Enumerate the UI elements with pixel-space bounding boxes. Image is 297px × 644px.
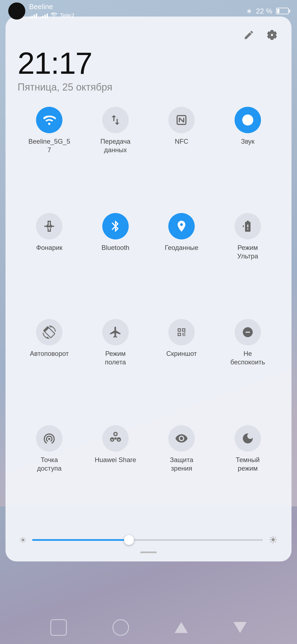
signal-bars-1 (29, 13, 37, 18)
tile-sound[interactable]: Звук (216, 107, 280, 208)
tile-location-label: Геоданные (165, 243, 198, 252)
tile-torch-label: Фонарик (36, 243, 62, 252)
tile-location-circle (168, 213, 195, 239)
svg-point-0 (53, 16, 54, 17)
tile-airplane-label: Режимполета (105, 349, 126, 366)
tile-bluetooth-label: Bluetooth (101, 243, 129, 252)
tile-dnd[interactable]: Небеспокоить (216, 319, 280, 420)
nav-back-button[interactable] (175, 622, 188, 633)
tile-bluetooth-circle (102, 213, 129, 239)
status-bar-right: ∗ 22 % (246, 7, 289, 15)
tile-darkmode-circle (235, 425, 261, 452)
tile-eyecare-circle (168, 425, 195, 452)
tile-huaweishare-circle (102, 425, 129, 452)
signal-bars-2 (40, 13, 48, 18)
carrier2-label: Tele2 (60, 12, 75, 19)
tile-huaweishare[interactable]: Huawei Share (84, 425, 147, 526)
tile-screenshot-circle (168, 319, 195, 345)
bluetooth-status-icon: ∗ (246, 7, 252, 15)
brightness-row: ☀ ☀ (18, 534, 279, 546)
tile-hotspot-label: Точкадоступа (37, 455, 62, 473)
battery-icon (276, 8, 289, 14)
brightness-track (32, 539, 129, 541)
panel-header (18, 28, 279, 42)
tile-wifi[interactable]: Beeline_5G_57 (18, 107, 81, 208)
tile-eyecare[interactable]: Защитазрения (150, 425, 213, 526)
tile-dnd-label: Небеспокоить (230, 349, 265, 366)
svg-point-3 (114, 437, 117, 440)
battery-fill (277, 9, 279, 13)
edit-button[interactable] (241, 28, 256, 42)
clock-time: 21:17 (18, 48, 279, 79)
tile-torch-circle (36, 213, 62, 239)
avatar (8, 2, 25, 20)
brightness-thumb[interactable] (124, 535, 134, 545)
tile-ultramode-label: РежимУльтра (237, 243, 258, 260)
carrier1-label: Beeline (29, 2, 75, 11)
brightness-min-icon: ☀ (19, 535, 27, 545)
tile-data[interactable]: Передачаданных (84, 107, 147, 208)
tile-eyecare-label: Защитазрения (170, 455, 193, 473)
brightness-max-icon: ☀ (268, 534, 278, 546)
tile-autorotate-circle (36, 319, 62, 345)
tile-data-circle (102, 107, 129, 133)
tile-screenshot[interactable]: Скриншот (150, 319, 213, 420)
tile-huaweishare-label: Huawei Share (95, 455, 136, 464)
tile-sound-circle (235, 107, 261, 133)
panel-handle (18, 552, 279, 553)
nav-home-button[interactable] (112, 619, 129, 636)
clock-date: Пятница, 25 октября (18, 81, 279, 93)
status-bar-left: Beeline (8, 2, 75, 20)
signal-row: Tele2 (29, 12, 75, 20)
tile-airplane-circle (102, 319, 129, 345)
status-bar: Beeline (0, 0, 297, 22)
wifi-status-icon (51, 12, 57, 20)
tile-wifi-label: Beeline_5G_57 (28, 137, 70, 154)
bottom-nav (0, 611, 297, 644)
tile-dnd-circle (235, 319, 261, 345)
tile-nfc-circle (168, 107, 195, 133)
tile-nfc[interactable]: NFC (150, 107, 213, 208)
handle-bar (140, 552, 157, 553)
nav-recents-button[interactable] (50, 619, 67, 636)
tile-autorotate[interactable]: Автоповорот (18, 319, 81, 420)
tile-ultramode[interactable]: РежимУльтра (216, 213, 280, 314)
quick-settings-grid: Beeline_5G_57 Передачаданных NFC (18, 107, 279, 526)
carrier-info: Beeline (29, 2, 75, 20)
tile-hotspot[interactable]: Точкадоступа (18, 425, 81, 526)
tile-wifi-circle (36, 107, 62, 133)
tile-torch[interactable]: Фонарик (18, 213, 81, 314)
tile-hotspot-circle (36, 425, 62, 452)
settings-button[interactable] (265, 28, 279, 42)
tile-airplane[interactable]: Режимполета (84, 319, 147, 420)
quick-settings-panel: 21:17 Пятница, 25 октября Beeline_5G_57 … (6, 17, 292, 561)
nav-scroll-button[interactable] (233, 622, 247, 633)
tile-darkmode-label: Темныйрежим (236, 455, 260, 473)
tile-ultramode-circle (235, 213, 261, 239)
tile-darkmode[interactable]: Темныйрежим (216, 425, 280, 526)
battery-percentage: 22 % (256, 7, 272, 15)
tile-autorotate-label: Автоповорот (30, 349, 69, 358)
tile-nfc-label: NFC (175, 137, 188, 146)
tile-screenshot-label: Скриншот (166, 349, 197, 358)
tile-bluetooth[interactable]: Bluetooth (84, 213, 147, 314)
svg-point-1 (48, 123, 50, 125)
tile-location[interactable]: Геоданные (150, 213, 213, 314)
brightness-slider[interactable] (32, 539, 263, 541)
tile-data-label: Передачаданных (100, 137, 130, 154)
tile-sound-label: Звук (241, 137, 254, 146)
